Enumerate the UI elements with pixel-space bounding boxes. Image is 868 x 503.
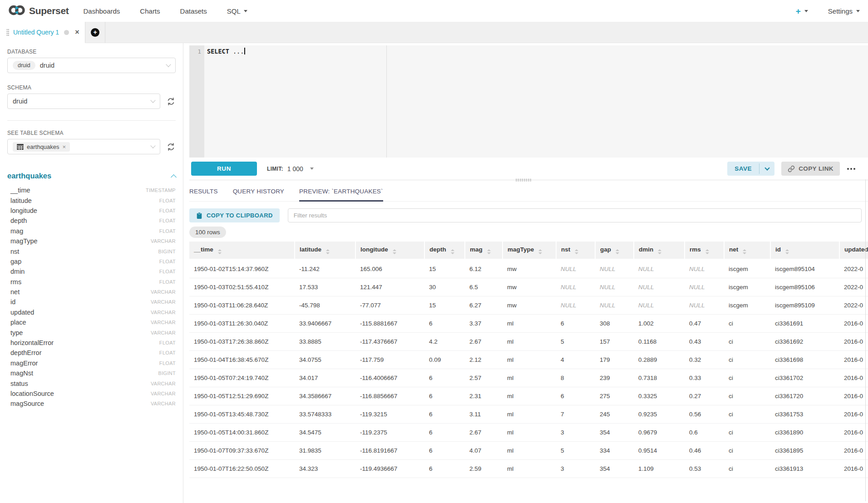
column-label: dmin: [639, 246, 653, 253]
column-label: __time: [194, 246, 213, 253]
schema-column-updated: updated VARCHAR: [10, 307, 176, 317]
sql-lab-sidebar: DATABASE druid druid SCHEMA druid: [0, 43, 183, 503]
add-tab-button[interactable]: +: [91, 28, 99, 37]
sort-icon[interactable]: [575, 249, 578, 254]
results-tab-query-history[interactable]: QUERY HISTORY: [233, 184, 284, 201]
nav-item-charts[interactable]: Charts: [140, 7, 160, 15]
table-cell: 33.8885: [295, 332, 355, 350]
sort-icon[interactable]: [785, 249, 789, 254]
table-cell: 0.7318: [634, 369, 685, 387]
table-cell: 1950-01-05T12:51:29.690Z: [189, 387, 295, 405]
sql-editor[interactable]: 1 SELECT ...: [189, 45, 868, 158]
scrollbar[interactable]: [865, 179, 866, 501]
navbar-right: + Settings: [796, 7, 860, 15]
table-cell: ml: [503, 314, 556, 332]
database-select[interactable]: druid druid: [7, 58, 176, 73]
table-cell: 31.9835: [295, 441, 355, 459]
table-cell: 0.47: [685, 314, 724, 332]
more-options-button[interactable]: [845, 166, 857, 172]
table-cell: 1950-01-04T16:38:45.670Z: [189, 350, 295, 369]
clipboard-icon: [196, 212, 202, 219]
sort-icon[interactable]: [538, 249, 542, 254]
column-header-depth[interactable]: depth: [424, 242, 465, 259]
sort-icon[interactable]: [326, 249, 330, 254]
column-header-rms[interactable]: rms: [685, 242, 724, 259]
remove-table-icon[interactable]: ×: [63, 144, 66, 150]
table-select[interactable]: earthquakes ×: [7, 139, 160, 154]
table-cell: 121.447: [355, 278, 424, 296]
sort-icon[interactable]: [487, 249, 491, 254]
sort-icon[interactable]: [616, 249, 619, 254]
table-cell: 0.3325: [634, 387, 685, 405]
link-icon: [788, 165, 795, 173]
table-cell: ci: [724, 441, 770, 459]
settings-menu-button[interactable]: Settings: [828, 7, 860, 15]
column-header-mag[interactable]: mag: [465, 242, 503, 259]
table-cell: 354: [595, 459, 634, 478]
column-header-time[interactable]: __time: [189, 242, 295, 259]
table-cell: 1950-01-03T02:51:55.410Z: [189, 278, 295, 296]
sort-icon[interactable]: [743, 249, 746, 254]
main-nav: Dashboards Charts Datasets SQL: [83, 7, 247, 15]
schema-select[interactable]: druid: [7, 94, 160, 109]
table-cell: ci3361890: [770, 423, 839, 441]
refresh-tables-button[interactable]: [166, 142, 176, 152]
copy-to-clipboard-button[interactable]: COPY TO CLIPBOARD: [189, 208, 280, 222]
table-cell: ml: [503, 423, 556, 441]
save-button[interactable]: SAVE: [727, 162, 759, 176]
column-header-nst[interactable]: nst: [556, 242, 595, 259]
new-menu-button[interactable]: +: [796, 7, 808, 15]
table-row: 1950-01-03T02:51:55.410Z17.533121.447306…: [189, 278, 868, 296]
column-header-latitude[interactable]: latitude: [295, 242, 355, 259]
sidebar-divider: [7, 120, 176, 121]
results-tab-preview-earthquakes[interactable]: PREVIEW: `EARTHQUAKES`: [299, 184, 383, 201]
collapse-chevron-up-icon[interactable]: [171, 174, 177, 180]
table-cell: NULL: [685, 296, 724, 314]
table-cell: 4.2: [424, 332, 465, 350]
sort-icon[interactable]: [393, 249, 396, 254]
nav-item-sql[interactable]: SQL: [227, 7, 247, 15]
column-header-magtype[interactable]: magType: [503, 242, 556, 259]
refresh-schemas-button[interactable]: [166, 96, 176, 106]
editor-code-area[interactable]: SELECT ...: [204, 45, 868, 158]
superset-brand[interactable]: Superset: [8, 4, 69, 18]
table-cell: 2.57: [465, 369, 503, 387]
table-cell: ci: [724, 369, 770, 387]
splitter-drag-handle-icon[interactable]: [515, 178, 532, 182]
table-cell: -77.077: [355, 296, 424, 314]
close-tab-icon[interactable]: ×: [75, 29, 79, 36]
nav-item-datasets[interactable]: Datasets: [180, 7, 207, 15]
column-header-longitude[interactable]: longitude: [355, 242, 424, 259]
table-cell: ml: [503, 332, 556, 350]
results-tab-results[interactable]: RESULTS: [189, 184, 218, 201]
table-cell: 5: [556, 332, 595, 350]
schema-column-id: id VARCHAR: [10, 297, 176, 307]
table-cell: 8: [556, 369, 595, 387]
column-header-updated[interactable]: updated: [839, 242, 868, 259]
table-cell: 1.002: [634, 314, 685, 332]
column-header-dmin[interactable]: dmin: [634, 242, 685, 259]
save-options-button[interactable]: [760, 162, 774, 176]
sort-icon[interactable]: [705, 249, 709, 254]
column-header-net[interactable]: net: [724, 242, 770, 259]
limit-dropdown[interactable]: LIMIT: 1 000: [267, 165, 314, 173]
table-cell: 2016-0: [839, 441, 868, 459]
table-cell: iscgem895106: [770, 278, 839, 296]
table-cell: iscgem: [724, 296, 770, 314]
filter-results-input[interactable]: [288, 208, 862, 222]
table-cell: iscgem895109: [770, 296, 839, 314]
table-row: 1950-01-03T17:26:38.860Z33.8885-117.4376…: [189, 332, 868, 350]
nav-item-dashboards[interactable]: Dashboards: [83, 7, 120, 15]
table-cell: NULL: [556, 259, 595, 278]
sort-icon[interactable]: [658, 249, 661, 254]
query-tab-active[interactable]: Untitled Query 1 ×: [0, 22, 85, 43]
sort-icon[interactable]: [218, 249, 222, 254]
column-header-gap[interactable]: gap: [595, 242, 634, 259]
drag-grip-icon[interactable]: [6, 29, 9, 36]
column-header-id[interactable]: id: [770, 242, 839, 259]
column-label: nst: [561, 246, 570, 253]
sort-icon[interactable]: [451, 249, 454, 254]
table-cell: -116.4006667: [355, 369, 424, 387]
run-button[interactable]: RUN: [191, 162, 257, 176]
copy-link-button[interactable]: COPY LINK: [781, 162, 840, 176]
